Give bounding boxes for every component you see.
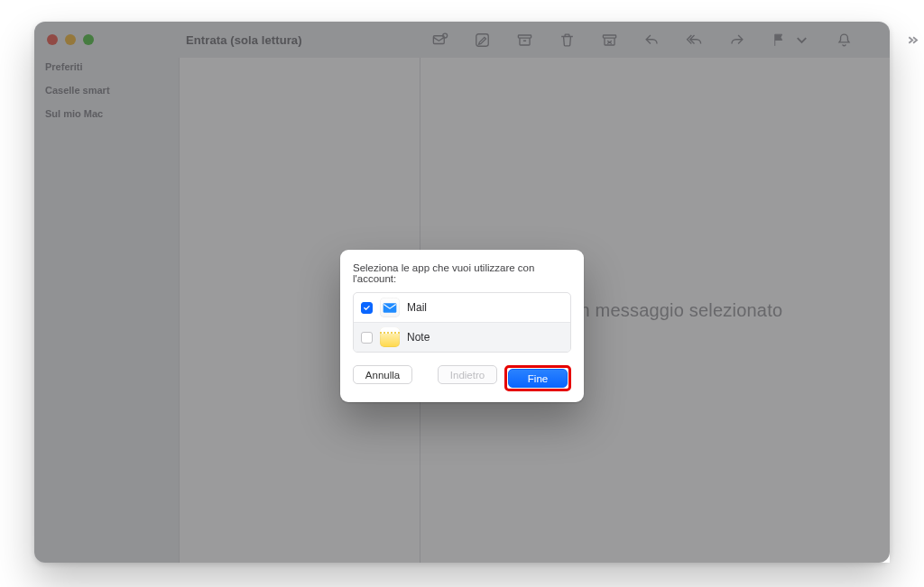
window-toolbar: Entrata (sola lettura) xyxy=(34,22,890,58)
sidebar-group-smart[interactable]: Caselle smart xyxy=(45,85,168,96)
back-button: Indietro xyxy=(438,365,497,384)
checkbox-mail[interactable] xyxy=(361,302,373,314)
app-option-notes-label: Note xyxy=(407,331,430,344)
archive-icon[interactable] xyxy=(516,32,533,49)
sidebar-group-onmymac[interactable]: Sul mio Mac xyxy=(45,108,168,119)
flag-icon[interactable] xyxy=(771,32,788,49)
mail-window: Entrata (sola lettura) xyxy=(34,22,890,563)
checkbox-notes[interactable] xyxy=(361,332,373,344)
svg-rect-1 xyxy=(433,35,444,43)
app-option-notes[interactable]: Note xyxy=(354,322,570,352)
app-option-mail[interactable]: Mail xyxy=(354,293,570,322)
junk-icon[interactable] xyxy=(601,32,618,49)
mute-icon[interactable] xyxy=(836,32,853,49)
minimize-icon[interactable] xyxy=(65,34,76,45)
sidebar-group-favorites[interactable]: Preferiti xyxy=(45,61,168,72)
sidebar: Preferiti Caselle smart Sul mio Mac xyxy=(34,58,179,563)
reply-all-icon[interactable] xyxy=(686,32,703,49)
trash-icon[interactable] xyxy=(559,32,576,49)
traffic-lights xyxy=(34,34,179,45)
close-icon[interactable] xyxy=(47,34,58,45)
mail-app-icon xyxy=(380,298,400,317)
new-mail-icon[interactable] xyxy=(431,32,448,49)
forward-icon[interactable] xyxy=(728,32,745,49)
flag-menu-chevron-icon[interactable] xyxy=(793,32,810,49)
compose-icon[interactable] xyxy=(474,32,491,49)
cancel-button[interactable]: Annulla xyxy=(353,365,412,384)
svg-rect-5 xyxy=(603,34,615,37)
account-apps-dialog: Seleziona le app che vuoi utilizzare con… xyxy=(340,250,584,402)
svg-rect-4 xyxy=(518,34,531,37)
notes-app-icon xyxy=(380,327,400,347)
window-title: Entrata (sola lettura) xyxy=(186,33,302,47)
dialog-heading: Seleziona le app che vuoi utilizzare con… xyxy=(353,262,571,284)
done-button-highlight: Fine xyxy=(504,365,571,391)
more-icon[interactable] xyxy=(903,32,920,49)
done-button[interactable]: Fine xyxy=(508,369,568,388)
reply-icon[interactable] xyxy=(643,32,661,49)
zoom-icon[interactable] xyxy=(83,34,94,45)
app-option-mail-label: Mail xyxy=(407,301,427,314)
